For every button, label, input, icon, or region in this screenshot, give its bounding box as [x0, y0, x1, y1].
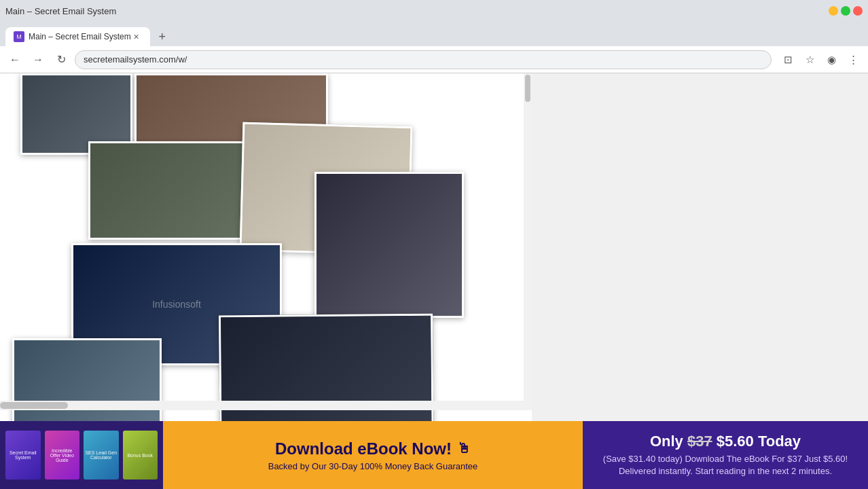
url-text: secretemailsystem.com/w/: [84, 54, 187, 65]
guarantee-text: Backed by Our 30-Day 100% Money Back Gua…: [268, 461, 478, 471]
address-bar[interactable]: secretemailsystem.com/w/: [75, 50, 772, 69]
page-title: Main – Secret Email System: [5, 6, 116, 16]
book-image-2: Incredible Offer Video Guide: [45, 431, 80, 479]
main-content: Infusionsoft: [0, 73, 532, 478]
new-tab-button[interactable]: +: [153, 27, 172, 46]
cursor-icon: 🖱: [457, 441, 471, 456]
tab-close-button[interactable]: ✕: [131, 31, 142, 42]
price-title: Only $37 $5.60 Today: [650, 433, 801, 450]
download-button-text: Download eBook Now! 🖱: [275, 439, 471, 458]
close-button[interactable]: [853, 6, 863, 16]
forward-button[interactable]: →: [29, 50, 48, 69]
book-images-section: Secret Email System Incredible Offer Vid…: [0, 421, 163, 489]
page-content: Infusionsoft: [0, 73, 868, 478]
minimize-button[interactable]: [829, 6, 838, 16]
refresh-button[interactable]: ↻: [52, 50, 71, 69]
menu-icon[interactable]: ⋮: [844, 50, 863, 69]
tab-favicon: M: [14, 31, 24, 42]
tab-title: Main – Secret Email System: [29, 32, 131, 41]
browser-chrome: Main – Secret Email System M Main – Secr…: [0, 0, 868, 73]
book-image-1: Secret Email System: [5, 431, 41, 479]
photo-two-men-microphone: [314, 172, 464, 318]
maximize-button[interactable]: [841, 6, 850, 16]
profile-icon[interactable]: ◉: [822, 50, 841, 69]
vertical-scrollbar[interactable]: [524, 73, 532, 410]
bookmark-icon[interactable]: ☆: [800, 50, 819, 69]
price-detail: (Save $31.40 today) Download The eBook F…: [594, 453, 857, 477]
address-bar-row: ← → ↻ secretemailsystem.com/w/ ⊡ ☆ ◉ ⋮: [0, 46, 868, 73]
book-image-3: SES Lead Gen Calculator: [84, 431, 119, 479]
toolbar-icons: ⊡ ☆ ◉ ⋮: [778, 50, 863, 69]
active-tab[interactable]: M Main – Secret Email System ✕: [5, 27, 150, 46]
tab-bar: M Main – Secret Email System ✕ +: [0, 22, 868, 46]
photo-collage: Infusionsoft: [0, 73, 532, 437]
price-section: Only $37 $5.60 Today (Save $31.40 today)…: [583, 421, 868, 489]
book-image-4: Bonus Book: [123, 431, 158, 479]
window-controls: [829, 6, 863, 16]
cast-icon[interactable]: ⊡: [778, 50, 797, 69]
horizontal-scrollbar[interactable]: [0, 401, 532, 410]
photo-large-audience: [219, 314, 434, 437]
back-button[interactable]: ←: [5, 50, 24, 69]
sticky-bar: Secret Email System Incredible Offer Vid…: [0, 421, 868, 489]
sidebar-panel: [532, 73, 868, 478]
download-button-section[interactable]: Download eBook Now! 🖱 Backed by Our 30-D…: [163, 421, 583, 489]
title-bar: Main – Secret Email System: [0, 0, 868, 22]
scrollbar-thumb[interactable]: [525, 75, 530, 102]
